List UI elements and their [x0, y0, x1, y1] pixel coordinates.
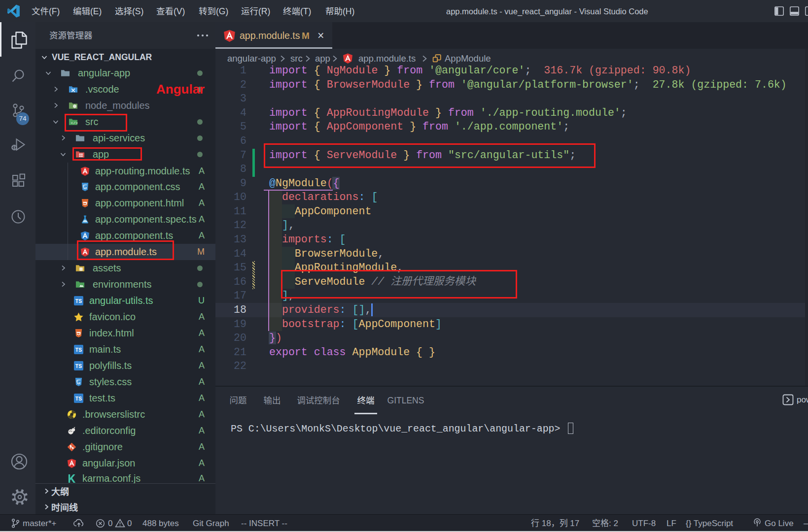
- svg-text:TS: TS: [75, 396, 81, 401]
- svg-text:TS: TS: [75, 364, 81, 369]
- svg-text:TS: TS: [75, 347, 81, 353]
- svg-text:TS: TS: [75, 299, 81, 304]
